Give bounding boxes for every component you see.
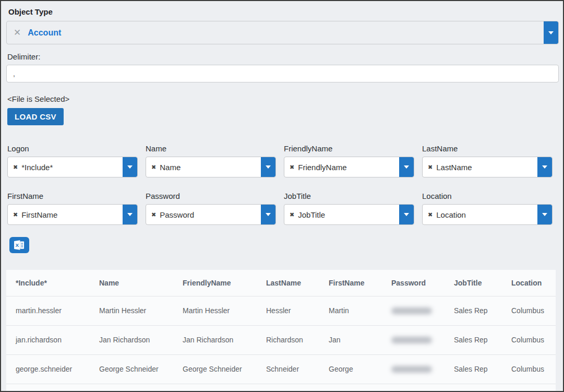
clear-selection-icon[interactable]: ✖ — [13, 164, 18, 170]
mapping-select[interactable]: ✖FriendlyName — [284, 157, 414, 177]
mapping-label: Name — [146, 144, 276, 153]
cell-password — [382, 296, 445, 325]
load-csv-button[interactable]: LOAD CSV — [7, 108, 64, 125]
dropdown-button[interactable] — [123, 205, 137, 224]
col-header-include: *Include* — [6, 270, 90, 296]
cell-firstname: Arthur — [319, 384, 382, 392]
dropdown-button[interactable] — [399, 205, 414, 224]
col-header-password: Password — [382, 270, 445, 296]
dropdown-button[interactable] — [123, 157, 137, 177]
table-row: martin.hessler Martin Hessler Martin Hes… — [6, 296, 556, 325]
clear-selection-icon[interactable]: ✖ — [13, 212, 18, 218]
chevron-down-icon — [542, 213, 547, 216]
object-type-label: Object Type — [8, 7, 558, 16]
cell-jobtitle: Sales Rep — [445, 354, 502, 384]
col-header-firstname: FirstName — [319, 270, 382, 296]
cell-jobtitle: Sales Rep — [445, 325, 502, 354]
preview-table: *Include* Name FriendlyName LastName Fir… — [6, 270, 556, 392]
cell-location: Columbus — [502, 296, 556, 325]
chevron-down-icon — [404, 165, 409, 169]
dropdown-button[interactable] — [399, 157, 414, 177]
mapping-label: FriendlyName — [284, 144, 414, 153]
cell-jobtitle: Sales Rep — [445, 384, 502, 392]
password-redacted-blur — [391, 366, 432, 373]
clear-selection-icon[interactable]: ✖ — [151, 164, 156, 170]
mapping-field-firstname: FirstName ✖FirstName — [7, 192, 138, 225]
chevron-down-icon — [127, 213, 133, 216]
table-header-row: *Include* Name FriendlyName LastName Fir… — [6, 270, 556, 296]
mapping-value: Location — [436, 210, 466, 219]
cell-firstname: Martin — [319, 296, 382, 325]
mapping-field-friendlyname: FriendlyName ✖FriendlyName — [284, 144, 414, 177]
chevron-down-icon — [542, 165, 547, 169]
mapping-value: Name — [160, 163, 181, 172]
col-header-location: Location — [502, 270, 556, 296]
col-header-lastname: LastName — [257, 270, 319, 296]
cell-location: Columbus — [502, 384, 556, 392]
mapping-field-location: Location ✖Location — [422, 192, 553, 225]
object-type-select[interactable]: ✕ Account — [6, 21, 559, 44]
password-redacted-blur — [391, 337, 432, 343]
dropdown-button[interactable] — [261, 205, 275, 224]
clear-selection-icon[interactable]: ✖ — [290, 164, 294, 170]
cell-firstname: Jan — [319, 325, 382, 354]
mapping-label: Logon — [7, 144, 138, 153]
mapping-select[interactable]: ✖Password — [146, 204, 276, 225]
cell-jobtitle: Sales Rep — [445, 296, 502, 325]
mapping-select[interactable]: ✖*Include* — [7, 157, 138, 177]
delimiter-input[interactable] — [6, 65, 559, 82]
mapping-select[interactable]: ✖Location — [422, 204, 553, 225]
cell-password — [382, 384, 445, 392]
svg-text:X: X — [15, 242, 19, 248]
cell-location: Columbus — [502, 325, 556, 354]
export-excel-button[interactable]: X — [9, 237, 29, 253]
mapping-value: *Include* — [21, 163, 53, 172]
mapping-field-password: Password ✖Password — [146, 192, 276, 225]
chevron-down-icon — [548, 31, 554, 34]
mapping-value: Password — [160, 210, 194, 219]
mapping-select[interactable]: ✖Name — [146, 157, 276, 177]
cell-lastname: Schneider — [257, 354, 319, 384]
col-header-name: Name — [90, 270, 173, 296]
remove-tag-icon[interactable]: ✕ — [14, 28, 21, 37]
col-header-jobtitle: JobTitle — [445, 270, 502, 296]
chevron-down-icon — [127, 165, 133, 169]
dropdown-button[interactable] — [537, 157, 552, 177]
cell-name: Martin Hessler — [90, 296, 173, 325]
object-type-dropdown-button[interactable] — [544, 21, 558, 44]
mapping-field-jobtitle: JobTitle ✖JobTitle — [284, 192, 414, 225]
cell-location: Columbus — [502, 354, 556, 384]
dropdown-button[interactable] — [261, 157, 275, 177]
cell-friendlyname: Arthur Brinkmann — [173, 384, 257, 392]
clear-selection-icon[interactable]: ✖ — [428, 164, 433, 170]
cell-firstname: George — [319, 354, 382, 384]
mapping-label: FirstName — [7, 192, 138, 200]
mapping-value: LastName — [436, 163, 472, 172]
table-row: arthur.brinkmann Arthur Brinkmann Arthur… — [6, 384, 556, 392]
mapping-value: FriendlyName — [298, 163, 346, 172]
mapping-select[interactable]: ✖FirstName — [7, 204, 138, 225]
mapping-select[interactable]: ✖JobTitle — [284, 204, 414, 225]
cell-password — [382, 325, 445, 354]
chevron-down-icon — [266, 165, 271, 169]
table-row: george.schneider George Schneider George… — [6, 354, 556, 384]
chevron-down-icon — [404, 213, 409, 216]
mapping-select[interactable]: ✖LastName — [422, 157, 553, 177]
dropdown-button[interactable] — [537, 205, 552, 224]
cell-password — [382, 354, 445, 384]
cell-lastname: Brinkmann — [257, 384, 319, 392]
clear-selection-icon[interactable]: ✖ — [290, 212, 294, 218]
field-mapping-grid: Logon ✖*Include* Name ✖Name FriendlyName… — [7, 144, 553, 225]
object-type-selected-area: ✕ Account — [7, 21, 544, 44]
csv-import-panel: Object Type ✕ Account Delimiter: <File i… — [0, 0, 564, 392]
clear-selection-icon[interactable]: ✖ — [151, 212, 156, 218]
col-header-friendlyname: FriendlyName — [173, 270, 257, 296]
chevron-down-icon — [266, 213, 271, 216]
object-type-selected-value: Account — [28, 28, 61, 38]
mapping-label: Location — [422, 192, 553, 200]
password-redacted-blur — [391, 307, 432, 314]
clear-selection-icon[interactable]: ✖ — [428, 212, 433, 218]
mapping-field-name: Name ✖Name — [146, 144, 276, 177]
delimiter-label: Delimiter: — [7, 52, 558, 61]
cell-friendlyname: Martin Hessler — [173, 296, 257, 325]
